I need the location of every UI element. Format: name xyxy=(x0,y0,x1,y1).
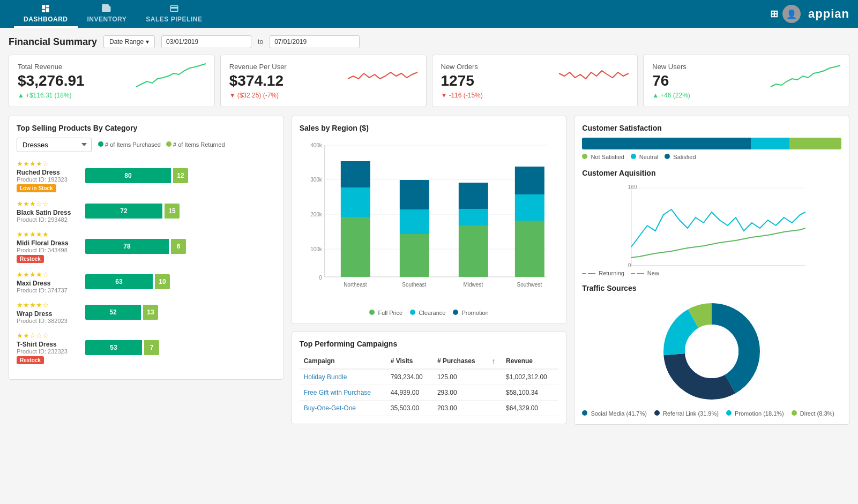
svg-text:160: 160 xyxy=(628,184,637,190)
products-list: ★★★★☆ Ruched Dress Product ID: 192323 Lo… xyxy=(17,160,276,364)
campaign-revenue: $58,100.34 xyxy=(502,385,558,400)
sales-region-legend: Full Price Clearance Promotion xyxy=(300,310,559,316)
svg-text:Southwest: Southwest xyxy=(517,282,542,288)
legend-referral-link: Referral Link (31.9%) xyxy=(654,410,719,417)
svg-rect-11 xyxy=(340,217,370,277)
campaign-visits: 44,939.00 xyxy=(386,385,433,400)
table-row: Buy-One-Get-One 35,503.00 203.00 $64,329… xyxy=(300,400,559,416)
legend-returning: ─ Returning xyxy=(582,270,624,276)
sales-region-svg: 400k 300k 200k 100k 0 xyxy=(300,138,559,304)
legend-social-media: Social Media (41.7%) xyxy=(582,410,647,417)
date-to-label: to xyxy=(258,38,263,46)
satisfaction-legend: Not Satisfied Neutral Satisfied xyxy=(582,154,841,160)
product-row: ★★★★☆ Wrap Dress Product ID: 382023 52 1… xyxy=(17,301,276,324)
col-visits: # Visits xyxy=(386,353,433,369)
kpi-change: ▼ ($32.25) (-7%) xyxy=(229,92,287,99)
svg-rect-25 xyxy=(514,167,544,194)
main-content: Financial Summary Date Range ▾ to Total … xyxy=(0,28,858,432)
kpi-total-revenue: Total Revenue $3,276.91 ▲ +$116.31 (18%) xyxy=(9,55,215,107)
col-campaign: Campaign xyxy=(300,353,386,369)
financial-summary-title: Financial Summary xyxy=(9,36,97,48)
product-id: Product ID: 343498 xyxy=(17,247,81,253)
legend-full-price: Full Price xyxy=(369,310,402,316)
bar-purchased: 63 xyxy=(85,274,153,289)
sales-by-region-title: Sales by Region ($) xyxy=(300,124,559,132)
bars-wrap: 72 15 xyxy=(85,204,276,219)
date-from-input[interactable] xyxy=(161,35,251,48)
product-info: ★★★☆☆ Black Satin Dress Product ID: 2934… xyxy=(17,200,81,223)
category-select[interactable]: Dresses Tops Bottoms Accessories xyxy=(17,138,92,152)
campaign-name[interactable]: Free Gift with Purchase xyxy=(300,385,386,400)
bar-returned: 15 xyxy=(165,204,180,219)
product-id: Product ID: 374737 xyxy=(17,287,81,294)
product-info: ★★☆☆☆ T-Shirt Dress Product ID: 232323 R… xyxy=(17,332,81,364)
legend-returned: # of Items Returned xyxy=(166,141,225,148)
bar-purchased: 78 xyxy=(85,239,169,254)
product-row: ★★★☆☆ Black Satin Dress Product ID: 2934… xyxy=(17,200,276,223)
svg-text:Northeast: Northeast xyxy=(344,282,367,288)
legend-satisfied: Satisfied xyxy=(665,154,696,160)
product-id: Product ID: 192323 xyxy=(17,176,81,183)
sales-by-region-chart: 400k 300k 200k 100k 0 xyxy=(300,138,559,316)
legend-direct: Direct (8.3%) xyxy=(792,410,834,417)
campaign-purchases: 125.00 xyxy=(433,369,486,385)
tab-sales-pipeline[interactable]: SALES PIPELINE xyxy=(136,0,212,28)
campaign-revenue: $1,002,312.00 xyxy=(502,369,558,385)
kpi-change: ▼ -116 (-15%) xyxy=(441,92,483,99)
bars-wrap: 63 10 xyxy=(85,274,276,289)
bar-purchased: 72 xyxy=(85,204,162,219)
nav-logo: ⊞ 👤 appian xyxy=(770,5,849,23)
bar-returned: 13 xyxy=(143,305,158,320)
satisfaction-bar xyxy=(582,138,841,149)
product-name: Black Satin Dress xyxy=(17,209,81,216)
svg-rect-13 xyxy=(340,161,370,187)
kpi-left: Total Revenue $3,276.91 ▲ +$116.31 (18%) xyxy=(18,63,85,99)
date-to-input[interactable] xyxy=(270,35,360,48)
legend-new: ─ New xyxy=(631,270,659,276)
product-id: Product ID: 232323 xyxy=(17,348,81,355)
kpi-new-orders: New Orders 1275 ▼ -116 (-15%) xyxy=(432,55,638,107)
product-stars: ★★★★☆ xyxy=(17,270,81,279)
product-info: ★★★★☆ Maxi Dress Product ID: 374737 xyxy=(17,270,81,294)
left-column: Top Selling Products By Category Dresses… xyxy=(9,116,284,425)
svg-text:Southeast: Southeast xyxy=(402,282,426,288)
right-column: Customer Satisfaction Not Satisfied Neut… xyxy=(574,116,849,425)
campaign-sort-cell xyxy=(486,385,502,400)
product-name: Wrap Dress xyxy=(17,310,81,318)
product-name: Maxi Dress xyxy=(17,280,81,287)
product-stars: ★★★☆☆ xyxy=(17,200,81,208)
kpi-row: Total Revenue $3,276.91 ▲ +$116.31 (18%)… xyxy=(9,55,849,107)
bars-wrap: 53 7 xyxy=(85,340,276,355)
sat-satisfied xyxy=(582,138,750,149)
col-sort[interactable]: ↑ xyxy=(486,353,502,369)
svg-text:200k: 200k xyxy=(310,212,323,217)
kpi-chart-total-revenue xyxy=(136,63,206,92)
products-title: Top Selling Products By Category xyxy=(17,124,276,132)
content-grid: Top Selling Products By Category Dresses… xyxy=(9,116,849,425)
bar-purchased: 52 xyxy=(85,305,141,320)
products-controls: Dresses Tops Bottoms Accessories # of It… xyxy=(17,138,276,152)
svg-rect-24 xyxy=(514,194,544,221)
campaign-name[interactable]: Buy-One-Get-One xyxy=(300,400,386,416)
date-range-button[interactable]: Date Range ▾ xyxy=(103,35,155,48)
tab-dashboard[interactable]: DASHBOARD xyxy=(14,0,78,28)
legend-purchased: # of Items Purchased xyxy=(98,141,161,148)
products-legend: # of Items Purchased # of Items Returned xyxy=(98,141,225,148)
product-name: Midi Floral Dress xyxy=(17,239,81,247)
campaigns-header-row: Campaign # Visits # Purchases ↑ Revenue xyxy=(300,353,559,369)
product-row: ★★★★☆ Ruched Dress Product ID: 192323 Lo… xyxy=(17,160,276,192)
bars-wrap: 78 6 xyxy=(85,239,276,254)
svg-text:100k: 100k xyxy=(310,246,323,252)
svg-rect-15 xyxy=(399,234,429,277)
financial-summary-header: Financial Summary Date Range ▾ to xyxy=(9,35,849,48)
svg-rect-21 xyxy=(458,183,488,209)
kpi-change: ▲ +46 (22%) xyxy=(652,92,690,99)
tab-inventory[interactable]: INVENTORY xyxy=(78,0,137,28)
legend-not-satisfied: Not Satisfied xyxy=(582,154,624,160)
legend-promotion: Promotion xyxy=(453,310,488,316)
svg-text:Midwest: Midwest xyxy=(463,282,483,288)
product-id: Product ID: 382023 xyxy=(17,318,81,324)
grid-icon[interactable]: ⊞ xyxy=(770,8,778,20)
campaign-name[interactable]: Holiday Bundle xyxy=(300,369,386,385)
navigation: DASHBOARD INVENTORY SALES PIPELINE ⊞ 👤 a… xyxy=(0,0,858,28)
